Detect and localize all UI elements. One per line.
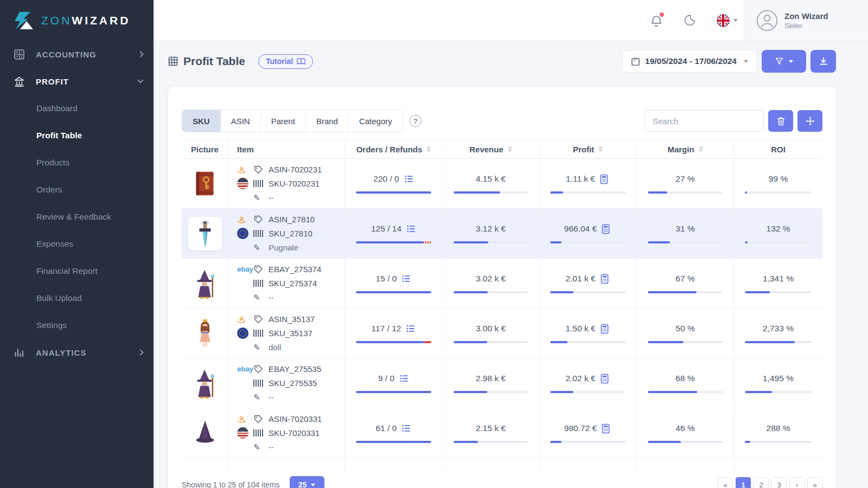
product-image xyxy=(188,416,222,450)
orders-list-icon[interactable] xyxy=(406,224,416,234)
sidebar-item-profit-table[interactable]: Profit Table xyxy=(0,122,154,149)
pencil-edit-icon: ✎ xyxy=(253,393,269,402)
sidebar-item-orders[interactable]: Orders xyxy=(0,176,154,203)
refunds-bar-fill xyxy=(424,341,431,343)
move-arrows-icon xyxy=(806,117,815,126)
page-button-[interactable]: › xyxy=(789,477,805,488)
calendar-icon xyxy=(631,57,640,66)
date-range-picker[interactable]: 19/05/2024 - 17/06/2024 xyxy=(622,50,757,73)
revenue-bar-fill xyxy=(454,441,478,443)
page-button-2[interactable]: 2 xyxy=(754,477,769,488)
item-alias: Pugnale xyxy=(269,243,298,252)
profit-calculator-icon[interactable] xyxy=(602,224,611,234)
product-image xyxy=(188,217,222,251)
sort-icon xyxy=(699,146,703,152)
margin-cell: 46 % xyxy=(636,408,733,458)
item-line: SKU-7020231 xyxy=(237,178,344,190)
page-size-select[interactable]: 25 xyxy=(290,476,324,488)
dark-mode-moon-icon[interactable] xyxy=(683,14,697,28)
sidebar-item-expenses[interactable]: Expenses xyxy=(0,230,154,258)
profit-cell: 1.11 k € xyxy=(539,159,636,208)
sidebar-item-review-feedback[interactable]: Review & Feedback xyxy=(0,203,154,230)
page-button-[interactable]: » xyxy=(807,477,822,488)
table-header: Picture Item Orders / Refunds Revenue Pr… xyxy=(182,139,822,159)
columns-move-button[interactable] xyxy=(797,110,822,132)
orders-bar xyxy=(356,391,431,393)
revenue-cell: 3.02 k € xyxy=(442,259,539,308)
sidebar-item-dashboard[interactable]: Dashboard xyxy=(0,95,154,122)
tab-brand[interactable]: Brand xyxy=(306,110,349,132)
column-header-orders[interactable]: Orders / Refunds xyxy=(344,140,442,158)
profit-value-line: 2.02 k € xyxy=(565,374,610,383)
sidebar-item-settings[interactable]: Settings xyxy=(0,312,154,339)
tab-asin[interactable]: ASIN xyxy=(221,110,261,132)
orders-bar-fill xyxy=(356,191,431,194)
revenue-value: 3.12 k € xyxy=(476,224,506,234)
item-cell: ebayEBAY_275873 xyxy=(228,458,344,472)
language-selector[interactable] xyxy=(717,14,738,27)
barcode-icon xyxy=(253,180,269,187)
item-code: EBAY_275374 xyxy=(269,265,321,274)
orders-list-icon[interactable] xyxy=(401,274,411,284)
orders-list-icon[interactable] xyxy=(404,174,414,184)
orders-list-icon[interactable] xyxy=(399,374,409,383)
item-code: ASIN_35137 xyxy=(269,314,315,324)
profit-calculator-icon[interactable] xyxy=(601,274,610,284)
tab-category[interactable]: Category xyxy=(349,110,403,132)
calculator-icon xyxy=(13,48,25,60)
profit-calculator-icon[interactable] xyxy=(601,374,610,383)
profit-calculator-icon[interactable] xyxy=(601,324,610,333)
item-alias: -- xyxy=(269,193,274,202)
column-header-revenue[interactable]: Revenue xyxy=(442,140,539,158)
revenue-cell: 3.12 k € xyxy=(442,209,539,258)
tab-sku[interactable]: SKU xyxy=(182,110,221,132)
download-button[interactable] xyxy=(810,50,836,73)
user-menu[interactable]: Zon Wizard Seller xyxy=(744,0,868,41)
item-alias: doll xyxy=(269,343,281,352)
roi-cell: 2,733 % xyxy=(733,309,822,358)
page-button-[interactable]: « xyxy=(718,477,733,488)
margin-bar-fill xyxy=(648,191,667,194)
column-header-margin[interactable]: Margin xyxy=(636,140,733,158)
profit-bar-fill xyxy=(550,441,561,443)
sidebar-item-analytics[interactable]: ANALYTICS xyxy=(0,339,154,366)
sidebar-item-bulk-upload[interactable]: Bulk Upload xyxy=(0,285,154,312)
revenue-bar-fill xyxy=(454,391,487,393)
roi-value-line: 2,733 % xyxy=(763,324,794,333)
item-line: ebayEBAY_275535 xyxy=(237,363,344,375)
sidebar-item-products[interactable]: Products xyxy=(0,149,154,176)
sidebar-item-profit[interactable]: PROFIT xyxy=(0,68,154,95)
revenue-value-line: 4.15 k € xyxy=(476,174,506,184)
revenue-value: 2.98 k € xyxy=(476,374,506,383)
roi-value: 2,733 % xyxy=(763,324,794,333)
ebay-icon: ebay xyxy=(237,265,253,273)
sidebar-item-financial-report[interactable]: Financial Report xyxy=(0,258,154,285)
tutorial-button[interactable]: Tutorial xyxy=(258,54,313,69)
revenue-bar xyxy=(454,241,528,243)
page-button-1[interactable]: 1 xyxy=(736,477,751,488)
page-button-3[interactable]: 3 xyxy=(771,477,787,488)
refunds-bar-fill xyxy=(423,241,431,243)
notifications-bell-icon[interactable] xyxy=(649,14,663,28)
page-title: Profit Table xyxy=(183,55,245,68)
margin-bar xyxy=(648,191,723,194)
orders-list-icon[interactable] xyxy=(401,423,411,433)
amazon-icon: a xyxy=(237,415,246,423)
tab-parent[interactable]: Parent xyxy=(261,110,306,132)
clear-filters-button[interactable] xyxy=(768,110,793,132)
margin-bar-fill xyxy=(648,341,684,343)
column-header-profit[interactable]: Profit xyxy=(539,140,636,158)
search-input[interactable] xyxy=(644,110,764,132)
marketplace-slot: ebay xyxy=(237,265,253,273)
profit-calculator-icon[interactable] xyxy=(602,423,611,433)
help-icon[interactable]: ? xyxy=(410,115,422,127)
roi-cell: 132 % xyxy=(733,209,822,258)
profit-calculator-icon[interactable] xyxy=(600,174,610,184)
orders-list-icon[interactable] xyxy=(406,324,416,333)
sidebar-item-accounting[interactable]: ACCOUNTING xyxy=(0,41,154,68)
item-line: aASIN-7020331 xyxy=(237,413,344,425)
logo[interactable]: ZONWIZARD xyxy=(0,0,154,41)
filter-button[interactable] xyxy=(762,50,806,73)
chevron-down-icon xyxy=(789,60,793,63)
revenue-bar xyxy=(454,341,528,343)
